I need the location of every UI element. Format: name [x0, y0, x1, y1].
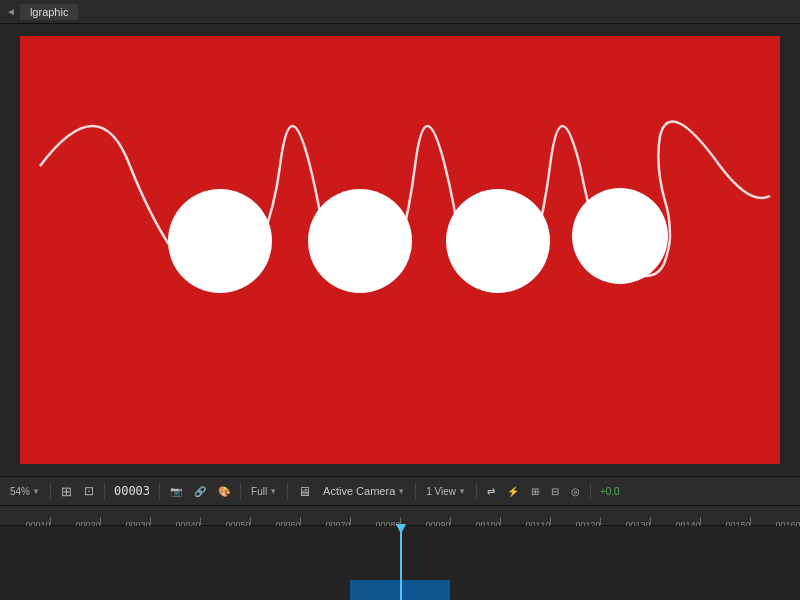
color-icon: 🎨 [218, 486, 230, 497]
fit-view-button[interactable]: ⊞ [57, 483, 76, 500]
ruler-mark: 00090 [450, 517, 451, 525]
zoom-control[interactable]: 54% ▼ [6, 485, 44, 498]
flash-icon: ⚡ [507, 486, 519, 497]
view-layout-control[interactable]: 1 View ▼ [422, 485, 470, 498]
view-layout-label: 1 View [426, 486, 456, 497]
viewport-canvas [20, 36, 780, 464]
grid-icon: ⊞ [531, 486, 539, 497]
svg-point-2 [446, 189, 550, 293]
quality-value: Full [251, 486, 267, 497]
separator-8 [590, 483, 591, 499]
quality-control[interactable]: Full ▼ [247, 485, 281, 498]
active-camera-label: Active Camera [323, 485, 395, 497]
zoom-value: 54% [10, 486, 30, 497]
separator-1 [50, 483, 51, 499]
color-button[interactable]: 🎨 [214, 485, 234, 498]
svg-point-3 [572, 188, 668, 284]
svg-point-0 [168, 189, 272, 293]
ruler-mark: 00080 [400, 517, 401, 525]
separator-4 [240, 483, 241, 499]
grid-button[interactable]: ⊞ [527, 485, 543, 498]
viewport-container [0, 24, 800, 476]
value-display: +0.0 [597, 486, 623, 497]
ruler-mark: 00110 [550, 517, 551, 525]
ruler-mark: 00040 [200, 517, 201, 525]
crop-button[interactable]: ⊡ [80, 483, 98, 499]
camera-dropdown-icon: ▼ [397, 487, 405, 496]
ruler-mark: 00060 [300, 517, 301, 525]
ruler-mark: 00050 [250, 517, 251, 525]
separator-7 [476, 483, 477, 499]
ruler-mark: 00030 [150, 517, 151, 525]
active-camera-control[interactable]: Active Camera ▼ [319, 484, 409, 498]
ruler-mark: 00120 [600, 517, 601, 525]
green-value-label: +0.0 [600, 486, 620, 497]
svg-point-1 [308, 189, 412, 293]
timecode-value: 00003 [114, 484, 150, 498]
timeline-ruler[interactable]: 0001000020000300004000050000600007000080… [0, 506, 800, 526]
separator-3 [159, 483, 160, 499]
ruler-mark: 00020 [100, 517, 101, 525]
ruler-mark: 00010 [50, 517, 51, 525]
transfer-button[interactable]: ⇄ [483, 485, 499, 498]
monitor-icon: 🖥 [298, 484, 311, 499]
view-layout-dropdown-icon: ▼ [458, 487, 466, 496]
flash-button[interactable]: ⚡ [503, 485, 523, 498]
layout-icon: ⊟ [551, 486, 559, 497]
transfer-icon: ⇄ [487, 486, 495, 497]
fit-view-icon: ⊞ [61, 484, 72, 499]
layout-button[interactable]: ⊟ [547, 485, 563, 498]
ruler-mark: 00140 [700, 517, 701, 525]
back-arrow[interactable]: ◄ [6, 6, 16, 17]
crop-icon: ⊡ [84, 484, 94, 498]
playhead[interactable] [400, 526, 402, 600]
ruler-marks: 0001000020000300004000050000600007000080… [0, 506, 800, 525]
separator-6 [415, 483, 416, 499]
ruler-mark: 00100 [500, 517, 501, 525]
zoom-dropdown-icon: ▼ [32, 487, 40, 496]
link-button[interactable]: 🔗 [190, 485, 210, 498]
timecode-display: 00003 [111, 484, 153, 498]
target-button[interactable]: ◎ [567, 485, 584, 498]
camera-button[interactable]: 📷 [166, 485, 186, 498]
top-bar: ◄ lgraphic [0, 0, 800, 24]
toolbar: 54% ▼ ⊞ ⊡ 00003 📷 🔗 🎨 Full ▼ 🖥 Active Ca… [0, 476, 800, 506]
ruler-mark: 00150 [750, 517, 751, 525]
composition-tab[interactable]: lgraphic [20, 4, 79, 20]
timeline[interactable]: 0001000020000300004000050000600007000080… [0, 506, 800, 600]
separator-2 [104, 483, 105, 499]
playhead-head [396, 524, 406, 534]
ruler-mark: 00130 [650, 517, 651, 525]
camera-icon: 📷 [170, 486, 182, 497]
target-icon: ◎ [571, 486, 580, 497]
link-icon: 🔗 [194, 486, 206, 497]
timeline-body[interactable] [0, 526, 800, 600]
monitor-button[interactable]: 🖥 [294, 483, 315, 500]
ruler-mark: 00070 [350, 517, 351, 525]
quality-dropdown-icon: ▼ [269, 487, 277, 496]
separator-5 [287, 483, 288, 499]
